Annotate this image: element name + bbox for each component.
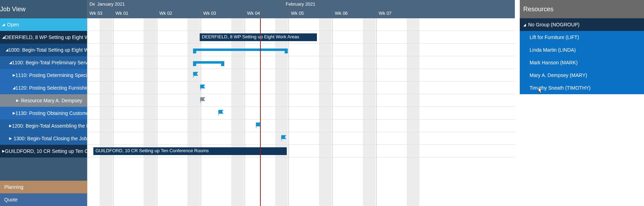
job-tree: ◢ Open ◢ DEERFIELD, 8 WP Setting up Eigh… (0, 18, 87, 181)
job-view-sidebar: Job View ◢ Open ◢ DEERFIELD, 8 WP Settin… (0, 0, 87, 206)
gantt-row[interactable] (87, 94, 515, 107)
gantt-body[interactable]: DEERFIELD, 8 WP Setting up Eight Work Ar… (87, 18, 515, 206)
tree-row-label: 1100: Begin-Total Preliminary Services (12, 60, 87, 65)
milestone-flag-icon[interactable] (281, 135, 287, 141)
sidebar-title: Job View (0, 0, 87, 18)
gantt-row[interactable] (87, 132, 515, 145)
collapsed-icon: ▶ (13, 73, 15, 77)
milestone-flag-icon[interactable] (218, 110, 225, 116)
tree-row-label: 1130: Posting Obtaining Customer Approva… (15, 110, 87, 116)
resource-label: Timothy Sneath (TIMOTHY) (530, 85, 591, 91)
milestone-flag-icon[interactable] (193, 72, 199, 78)
month-header: De (87, 0, 95, 9)
gantt-row[interactable] (87, 56, 515, 69)
tree-row-1300[interactable]: ▶ 1300: Begin-Total Closing the Job (0, 132, 87, 145)
expand-icon: ◢ (6, 48, 8, 52)
expand-icon: ◢ (523, 23, 528, 27)
week-header: Wk 02 (157, 9, 201, 18)
footer-quote[interactable]: Quote (0, 193, 87, 206)
tree-row-1120[interactable]: ◢ 1120: Posting Selecting Furnishings (0, 82, 87, 94)
summary-bar[interactable] (193, 49, 288, 51)
week-header: Wk 05 (288, 9, 332, 18)
resource-group[interactable]: ◢ No Group (NOGROUP) (520, 18, 644, 31)
expand-icon: ◢ (9, 60, 12, 64)
today-line (260, 18, 261, 206)
gantt-row[interactable] (87, 82, 515, 94)
tree-row-resource-mary[interactable]: ▶ Resource Mary A. Dempsey (0, 94, 87, 107)
expand-icon: ◢ (13, 86, 15, 90)
tree-row-1100[interactable]: ◢ 1100: Begin-Total Preliminary Services (0, 56, 87, 69)
gantt-row[interactable]: DEERFIELD, 8 WP Setting up Eight Work Ar… (87, 31, 515, 44)
resource-label: Mary A. Dempsey (MARY) (530, 72, 587, 78)
gantt-row[interactable]: GUILDFORD, 10 CR Setting up Ten Conferen… (87, 145, 515, 157)
expand-icon: ◢ (2, 35, 5, 39)
tree-row-label: 1200: Begin-Total Assembling the Furnitu… (12, 123, 87, 129)
resource-label: Linda Martin (LINDA) (530, 47, 576, 53)
resources-title: Resources (520, 0, 644, 18)
week-header: Wk 07 (376, 9, 420, 18)
month-header: January 2021 (95, 0, 283, 9)
week-header: Wk 04 (245, 9, 288, 18)
footer-planning[interactable]: Planning (0, 181, 87, 193)
tree-row-deerfield[interactable]: ◢ DEERFIELD, 8 WP Setting up Eight Work … (0, 31, 87, 44)
resource-item[interactable]: Mark Hanson (MARK) (520, 56, 644, 69)
gantt-row[interactable] (87, 44, 515, 56)
tree-row-label: Resource Mary A. Dempsey (21, 98, 82, 103)
tree-row-label: 1110: Posting Determining Specifications (15, 72, 87, 78)
task-bar[interactable]: GUILDFORD, 10 CR Setting up Ten Conferen… (93, 147, 287, 155)
gantt-chart[interactable]: DeJanuary 2021February 2021 Wk 53Wk 01Wk… (87, 0, 515, 206)
resource-label: Mark Hanson (MARK) (530, 60, 578, 65)
milestone-flag-icon[interactable] (200, 84, 206, 91)
milestone-flag-icon[interactable] (256, 122, 262, 129)
summary-bar[interactable] (193, 61, 224, 64)
collapsed-icon: ▶ (2, 149, 5, 153)
tree-row-open[interactable]: ◢ Open (0, 18, 87, 31)
collapsed-icon: ▶ (13, 111, 15, 115)
tree-row-1110[interactable]: ▶ 1110: Posting Determining Specificatio… (0, 69, 87, 82)
timeline-header: DeJanuary 2021February 2021 Wk 53Wk 01Wk… (87, 0, 515, 18)
resources-panel: Resources ◢ No Group (NOGROUP) Lift for … (520, 0, 644, 206)
collapsed-icon: ▶ (9, 124, 12, 128)
tree-row-label: Open (7, 22, 19, 27)
gantt-row[interactable] (87, 120, 515, 132)
month-header: February 2021 (283, 0, 417, 9)
resource-item[interactable]: Mary A. Dempsey (MARY) (520, 69, 644, 82)
week-header: Wk 03 (201, 9, 245, 18)
expand-icon: ◢ (2, 22, 7, 26)
gantt-row[interactable] (87, 69, 515, 82)
resource-item[interactable]: Timothy Sneath (TIMOTHY) (520, 82, 644, 94)
tree-row-label: 1120: Posting Selecting Furnishings (15, 85, 87, 91)
resource-item[interactable]: Lift for Furniture (LIFT) (520, 31, 644, 44)
resource-group-label: No Group (NOGROUP) (528, 22, 579, 27)
gantt-row[interactable] (87, 107, 515, 120)
tree-row-label: 1300: Begin-Total Closing the Job (14, 136, 87, 141)
week-header: Wk 01 (113, 9, 157, 18)
tree-row-label: DEERFIELD, 8 WP Setting up Eight Work Ar… (5, 34, 87, 40)
tree-row-1000[interactable]: ◢ 1000: Begin-Total Setting up Eight Wor… (0, 44, 87, 56)
tree-row-1200[interactable]: ▶ 1200: Begin-Total Assembling the Furni… (0, 120, 87, 132)
resource-label: Lift for Furniture (LIFT) (530, 34, 579, 40)
tree-row-label: 1000: Begin-Total Setting up Eight Work … (8, 47, 87, 53)
week-header: Wk 06 (332, 9, 376, 18)
collapsed-icon: ▶ (16, 98, 21, 102)
gantt-row[interactable] (87, 18, 515, 31)
task-bar[interactable]: DEERFIELD, 8 WP Setting up Eight Work Ar… (200, 33, 317, 41)
tree-row-label: GUILDFORD, 10 CR Setting up Ten Conferen… (5, 148, 87, 154)
tree-row-guildford[interactable]: ▶ GUILDFORD, 10 CR Setting up Ten Confer… (0, 145, 87, 157)
week-header: Wk 53 (87, 9, 113, 18)
collapsed-icon: ▶ (9, 136, 14, 140)
tree-row-1130[interactable]: ▶ 1130: Posting Obtaining Customer Appro… (0, 107, 87, 120)
milestone-flag-icon[interactable] (200, 97, 206, 103)
resource-item[interactable]: Linda Martin (LINDA) (520, 44, 644, 56)
